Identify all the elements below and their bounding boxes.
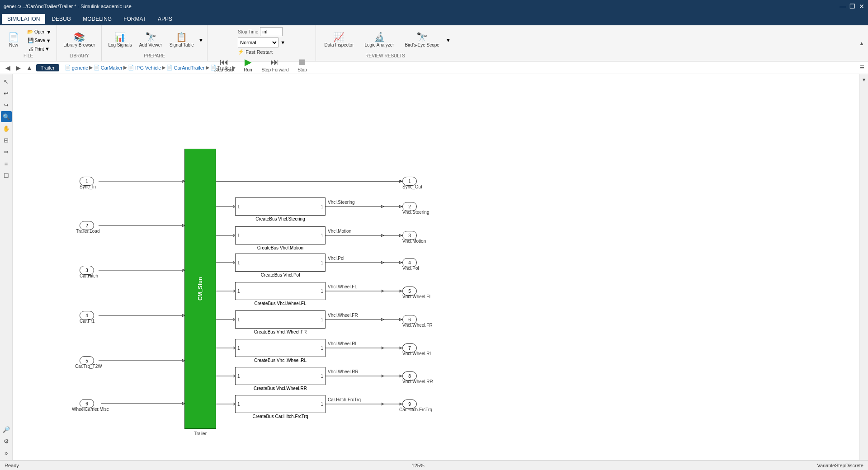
window-controls: — ❐ ✕ xyxy=(840,3,864,10)
mode-row: Normal ▼ xyxy=(238,38,285,47)
step-forward-button[interactable]: ⏭ Step Forward xyxy=(259,56,291,75)
sidebar-tool-bus[interactable]: ≡ xyxy=(1,158,12,169)
createbus-wrr-label: CreateBus Vhcl.Wheel.RR xyxy=(236,386,325,391)
library-icon: 📚 xyxy=(74,33,85,42)
createbus-vhcl-steering[interactable]: 1 1 CreateBus Vhcl.Steering xyxy=(235,197,326,216)
createbus-vhcl-pol[interactable]: 1 1 CreateBus Vhcl.Pol xyxy=(235,254,326,272)
sidebar-tool-pan[interactable]: ✋ xyxy=(1,123,12,134)
diagram-canvas[interactable]: CM_Sfun Trailer 1 Sync_In 2 Trailer.Load… xyxy=(13,74,859,460)
sidebar-tool-properties[interactable]: ⚙ xyxy=(1,436,12,446)
breadcrumb-ipgvehicle[interactable]: IPG Vehicle xyxy=(135,65,161,70)
createbus-pol-label: CreateBus Vhcl.Pol xyxy=(236,273,325,277)
run-button[interactable]: ▶ Run xyxy=(238,56,258,75)
createbus-vhcl-motion[interactable]: 1 1 CreateBus Vhcl.Motion xyxy=(235,226,326,244)
breadcrumb-icon-carmaker: 📄 xyxy=(94,65,100,70)
createbus-vhcl-wheel-rl[interactable]: 1 1 CreateBus Vhcl.Wheel.RL xyxy=(235,339,326,357)
print-icon: 🖨 xyxy=(28,46,33,52)
menu-modeling[interactable]: MODELING xyxy=(77,14,117,24)
toolbar-review-section: 📈 Data Inspector 🔬 Logic Analyzer 🔭 Bird… xyxy=(316,25,454,61)
save-button[interactable]: 💾 Save ▼ xyxy=(25,37,53,44)
outport-label-vhcl-pol: Vhcl.Pol xyxy=(402,266,419,271)
file-section-label: FILE xyxy=(24,53,33,59)
breadcrumb-generic[interactable]: generic xyxy=(72,65,88,70)
mode-select[interactable]: Normal xyxy=(238,38,278,47)
breadcrumb-icon-ipgvehicle: 📄 xyxy=(128,65,134,70)
cb-frctrq-out: 1 xyxy=(321,402,323,407)
simulate-dropdown-icon[interactable]: ▼ xyxy=(280,40,285,45)
cb-wfr-in: 1 xyxy=(237,317,240,322)
close-button[interactable]: ✕ xyxy=(859,3,864,10)
signal-vhcl-steering: Vhcl.Steering xyxy=(328,200,354,205)
hide-button[interactable]: ☰ xyxy=(860,65,864,70)
outport-label-vhcl-wheel-fr: Vhcl.Wheel.FR xyxy=(402,323,433,328)
trailer-tab[interactable]: Trailer xyxy=(36,64,59,71)
createbus-vhcl-wheel-fr[interactable]: 1 1 CreateBus Vhcl.Wheel.FR xyxy=(235,310,326,329)
stop-time-input[interactable] xyxy=(260,27,283,36)
breadcrumb-icon-carandtrailer: 📄 xyxy=(166,65,173,70)
sidebar-tool-block[interactable]: ☐ xyxy=(1,170,12,181)
sidebar-tool-signal[interactable]: ⇒ xyxy=(1,146,12,157)
nav-back-button[interactable]: ◀ xyxy=(4,63,12,72)
createbus-wfl-label: CreateBus Vhcl.Wheel.FL xyxy=(236,301,325,306)
toolbar: 📄 New 📂 Open ▼ 💾 Save ▼ 🖨 Print ▼ xyxy=(0,25,868,61)
add-viewer-button[interactable]: 🔭 Add Viewer xyxy=(137,31,165,50)
cm-sfun-block[interactable]: CM_Sfun xyxy=(184,149,216,429)
main-area: ↖ ↩ ↪ 🔍 ✋ ⊞ ⇒ ≡ ☐ 🔎 ⚙ » xyxy=(0,74,868,460)
open-dropdown-icon: ▼ xyxy=(46,29,51,35)
breadcrumb-bar: ◀ ▶ ▲ Trailer 📄 generic ▶ 📄 CarMaker ▶ 📄… xyxy=(0,61,868,74)
toolbar-file-buttons: 📄 New 📂 Open ▼ 💾 Save ▼ 🖨 Print ▼ xyxy=(4,27,53,53)
library-section-label: LIBRARY xyxy=(70,53,89,59)
sidebar-tool-zoom[interactable]: 🔍 xyxy=(1,111,12,122)
menu-apps[interactable]: APPS xyxy=(152,14,178,24)
prepare-section-label: PREPARE xyxy=(144,53,165,59)
logic-analyzer-button[interactable]: 🔬 Logic Analyzer xyxy=(360,31,399,50)
new-label: New xyxy=(9,42,18,48)
right-panel-expand-icon[interactable]: ▲ xyxy=(861,76,867,85)
status-text: Ready xyxy=(5,463,19,468)
open-button[interactable]: 📂 Open ▼ xyxy=(25,28,53,36)
data-inspector-button[interactable]: 📈 Data Inspector xyxy=(320,31,358,50)
breadcrumb: 📄 generic ▶ 📄 CarMaker ▶ 📄 IPG Vehicle ▶… xyxy=(65,65,236,70)
cb-pol-in: 1 xyxy=(237,260,240,265)
nav-forward-button[interactable]: ▶ xyxy=(14,63,23,72)
toolbar-review-buttons: 📈 Data Inspector 🔬 Logic Analyzer 🔭 Bird… xyxy=(320,27,450,53)
sidebar-tool-grid[interactable]: ⊞ xyxy=(1,135,12,146)
birds-eye-scope-button[interactable]: 🔭 Bird's-Eye Scope xyxy=(401,31,444,50)
nav-up-button[interactable]: ▲ xyxy=(24,63,34,72)
createbus-vhcl-wheel-fl[interactable]: 1 1 CreateBus Vhcl.Wheel.FL xyxy=(235,282,326,300)
cb-wrl-in: 1 xyxy=(237,346,240,351)
new-button[interactable]: 📄 New xyxy=(4,31,24,50)
signal-vhcl-wheel-rl: Vhcl.Wheel.RL xyxy=(328,341,358,346)
signal-table-button[interactable]: 📋 Signal Table xyxy=(167,31,197,50)
log-signals-button[interactable]: 📊 Log Signals xyxy=(105,31,134,50)
toolbar-collapse-icon[interactable]: ▲ xyxy=(859,40,864,47)
print-button[interactable]: 🖨 Print ▼ xyxy=(25,45,53,52)
createbus-car-hitch-frctrq[interactable]: 1 1 CreateBus Car.Hitch.FrcTrq xyxy=(235,395,326,413)
breadcrumb-carmaker[interactable]: CarMaker xyxy=(101,65,123,70)
sidebar-tool-search[interactable]: 🔎 xyxy=(1,424,12,435)
sidebar-tool-select[interactable]: ↖ xyxy=(1,76,12,87)
cm-sfun-label: CM_Sfun xyxy=(197,277,203,301)
sidebar-tool-expand[interactable]: » xyxy=(1,447,12,458)
library-browser-button[interactable]: 📚 Library Browser xyxy=(61,31,98,50)
prepare-dropdown-icon[interactable]: ▼ xyxy=(198,38,203,43)
save-icon: 💾 xyxy=(28,38,34,43)
outport-label-vhcl-wheel-rr: Vhcl.Wheel.RR xyxy=(402,379,433,384)
restore-button[interactable]: ❐ xyxy=(849,3,855,10)
breadcrumb-carandtrailer[interactable]: CarAndTrailer xyxy=(174,65,204,70)
stop-button[interactable]: ⏹ Stop xyxy=(292,56,312,75)
fast-restart-button[interactable]: ⚡ Fast Restart xyxy=(238,49,273,55)
menu-simulation[interactable]: SIMULATION xyxy=(2,14,45,24)
review-dropdown-icon[interactable]: ▼ xyxy=(446,38,451,43)
log-signals-label: Log Signals xyxy=(108,42,132,48)
cb-wfl-in: 1 xyxy=(237,289,240,294)
sidebar-tool-undo[interactable]: ↩ xyxy=(1,88,12,99)
cb-wfr-out: 1 xyxy=(321,317,323,322)
createbus-vhcl-wheel-rr[interactable]: 1 1 CreateBus Vhcl.Wheel.RR xyxy=(235,367,326,385)
toolbar-prepare-buttons: 📊 Log Signals 🔭 Add Viewer 📋 Signal Tabl… xyxy=(105,27,203,53)
menu-debug[interactable]: DEBUG xyxy=(46,14,76,24)
minimize-button[interactable]: — xyxy=(840,3,846,10)
sidebar-tool-redo[interactable]: ↪ xyxy=(1,99,12,110)
menu-format[interactable]: FORMAT xyxy=(118,14,151,24)
outport-label-vhcl-steering: Vhcl.Steering xyxy=(402,210,429,215)
